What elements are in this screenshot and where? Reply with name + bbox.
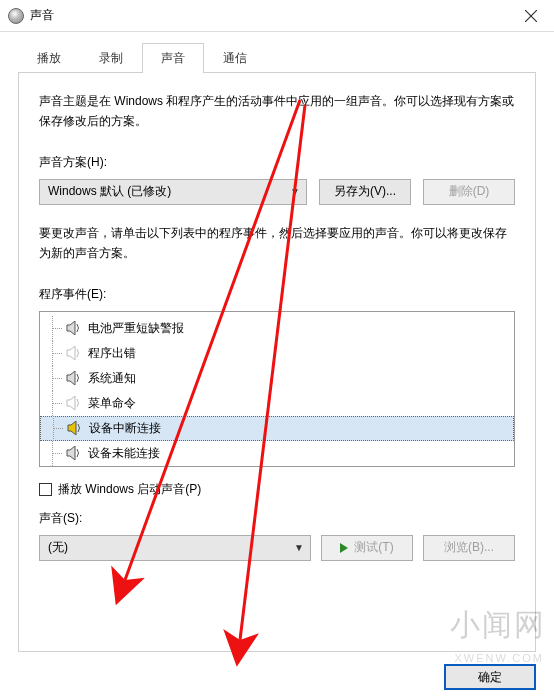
list-item-label: 菜单命令 (88, 395, 136, 412)
sound-icon (8, 8, 24, 24)
test-button: 测试(T) (321, 535, 413, 561)
scheme-value: Windows 默认 (已修改) (48, 183, 171, 200)
events-description: 要更改声音，请单击以下列表中的程序事件，然后选择要应用的声音。你可以将更改保存为… (39, 223, 515, 264)
watermark-url: XWENW.COM (455, 652, 545, 664)
tree-elbow-icon (44, 341, 66, 366)
speaker-icon (66, 371, 82, 385)
window-title: 声音 (30, 7, 508, 24)
tree-elbow-icon (44, 366, 66, 391)
list-item-label: 电池严重短缺警报 (88, 320, 184, 337)
close-button[interactable] (508, 0, 554, 32)
browse-button: 浏览(B)... (423, 535, 515, 561)
tree-elbow-icon (44, 441, 66, 466)
save-as-button[interactable]: 另存为(V)... (319, 179, 411, 205)
chevron-down-icon: ▼ (294, 542, 304, 553)
list-item-label: 系统通知 (88, 370, 136, 387)
speaker-icon (66, 396, 82, 410)
list-item[interactable]: 电池严重短缺警报 (40, 316, 514, 341)
scheme-label: 声音方案(H): (39, 154, 515, 171)
list-item[interactable]: 系统通知 (40, 366, 514, 391)
test-button-label: 测试(T) (354, 539, 393, 556)
tree-elbow-icon (45, 416, 67, 441)
list-item-label: 设备未能连接 (88, 445, 160, 462)
speaker-icon (67, 421, 83, 435)
list-item-label: 设备中断连接 (89, 420, 161, 437)
events-label: 程序事件(E): (39, 286, 515, 303)
ok-button[interactable]: 确定 (444, 664, 536, 690)
scheme-description: 声音主题是在 Windows 和程序产生的活动事件中应用的一组声音。你可以选择现… (39, 91, 515, 132)
speaker-icon (66, 446, 82, 460)
delete-button: 删除(D) (423, 179, 515, 205)
sound-label: 声音(S): (39, 510, 515, 527)
dialog-footer: 确定 (0, 664, 554, 696)
tab-row: 播放 录制 声音 通信 (0, 32, 554, 72)
list-item[interactable]: 程序出错 (40, 341, 514, 366)
play-startup-sound-label: 播放 Windows 启动声音(P) (58, 481, 201, 498)
tab-communications[interactable]: 通信 (204, 43, 266, 73)
sound-select[interactable]: (无) ▼ (39, 535, 311, 561)
tab-playback[interactable]: 播放 (18, 43, 80, 73)
tree-elbow-icon (44, 316, 66, 341)
speaker-icon (66, 346, 82, 360)
tree-elbow-icon (44, 391, 66, 416)
speaker-icon (66, 321, 82, 335)
tab-recording[interactable]: 录制 (80, 43, 142, 73)
sound-value: (无) (48, 539, 68, 556)
close-icon (525, 10, 537, 22)
titlebar: 声音 (0, 0, 554, 32)
tab-sounds[interactable]: 声音 (142, 43, 204, 73)
list-item-label: 程序出错 (88, 345, 136, 362)
program-events-list[interactable]: 电池严重短缺警报 程序出错 系统通知 菜单命令 设备中断连接 设备未能连接 (39, 311, 515, 467)
chevron-down-icon: ▼ (290, 186, 300, 197)
tab-panel-sounds: 声音主题是在 Windows 和程序产生的活动事件中应用的一组声音。你可以选择现… (18, 72, 536, 652)
list-item[interactable]: 菜单命令 (40, 391, 514, 416)
play-icon (340, 543, 348, 553)
list-item[interactable]: 设备未能连接 (40, 441, 514, 466)
scheme-select[interactable]: Windows 默认 (已修改) ▼ (39, 179, 307, 205)
play-startup-sound-checkbox[interactable] (39, 483, 52, 496)
list-item[interactable]: 设备中断连接 (40, 416, 514, 441)
